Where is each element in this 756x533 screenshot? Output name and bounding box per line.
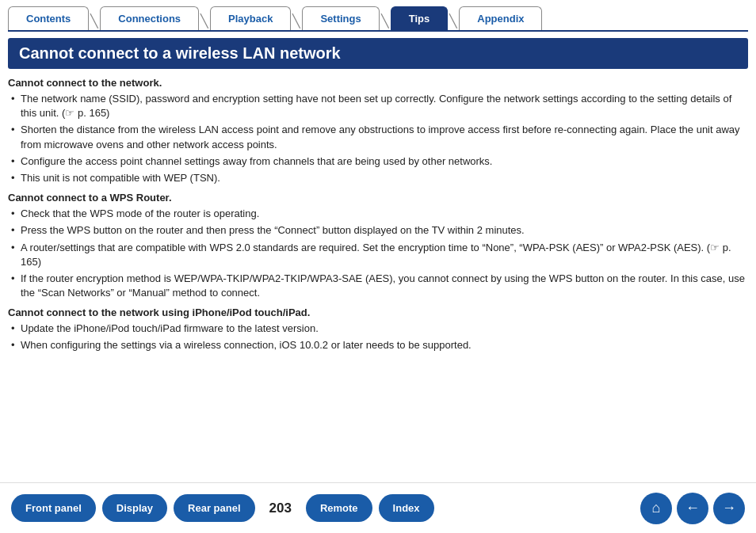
list-item: Update the iPhone/iPod touch/iPad firmwa… bbox=[8, 322, 748, 336]
list-item: This unit is not compatible with WEP (TS… bbox=[8, 171, 748, 185]
section-heading-3: Cannot connect to the network using iPho… bbox=[8, 306, 748, 318]
forward-button[interactable]: → bbox=[713, 493, 745, 524]
back-button[interactable]: ← bbox=[677, 493, 708, 524]
bottom-nav-buttons: Front panel Display Rear panel 203 Remot… bbox=[11, 494, 434, 522]
tab-divider-3: ╲ bbox=[292, 13, 300, 30]
list-item: If the router encryption method is WEP/W… bbox=[8, 272, 748, 300]
tab-navigation: Contents ╲ Connections ╲ Playback ╲ Sett… bbox=[0, 0, 756, 30]
section-1-list: The network name (SSID), password and en… bbox=[8, 92, 748, 185]
section-heading-1: Cannot connect to the network. bbox=[8, 77, 748, 89]
tab-contents[interactable]: Contents bbox=[8, 6, 89, 30]
index-button[interactable]: Index bbox=[379, 494, 434, 522]
page-title: Cannot connect to a wireless LAN network bbox=[8, 38, 748, 69]
section-2-list: Check that the WPS mode of the router is… bbox=[8, 207, 748, 300]
front-panel-button[interactable]: Front panel bbox=[11, 494, 96, 522]
tab-divider-5: ╲ bbox=[449, 13, 457, 30]
tab-settings[interactable]: Settings bbox=[302, 6, 379, 30]
rear-panel-button[interactable]: Rear panel bbox=[174, 494, 254, 522]
bottom-icon-buttons: ⌂ ← → bbox=[640, 493, 745, 524]
tab-divider-1: ╲ bbox=[90, 13, 98, 30]
tab-connections[interactable]: Connections bbox=[100, 6, 199, 30]
list-item: Check that the WPS mode of the router is… bbox=[8, 207, 748, 221]
tab-tips[interactable]: Tips bbox=[391, 6, 449, 30]
main-content: Cannot connect to a wireless LAN network… bbox=[0, 38, 756, 353]
tab-appendix[interactable]: Appendix bbox=[459, 6, 542, 30]
nav-divider bbox=[8, 30, 748, 32]
list-item: Shorten the distance from the wireless L… bbox=[8, 123, 748, 151]
list-item: Press the WPS button on the router and t… bbox=[8, 223, 748, 238]
tab-playback[interactable]: Playback bbox=[210, 6, 291, 30]
page-number: 203 bbox=[262, 501, 300, 516]
list-item: The network name (SSID), password and en… bbox=[8, 92, 748, 120]
list-item: A router/settings that are compatible wi… bbox=[8, 241, 748, 269]
section-3-list: Update the iPhone/iPod touch/iPad firmwa… bbox=[8, 322, 748, 352]
tab-divider-4: ╲ bbox=[381, 13, 389, 30]
display-button[interactable]: Display bbox=[102, 494, 167, 522]
list-item: When configuring the settings via a wire… bbox=[8, 338, 748, 352]
remote-button[interactable]: Remote bbox=[306, 494, 372, 522]
section-heading-2: Cannot connect to a WPS Router. bbox=[8, 192, 748, 204]
bottom-bar: Front panel Display Rear panel 203 Remot… bbox=[0, 482, 756, 533]
list-item: Configure the access point channel setti… bbox=[8, 154, 748, 169]
home-button[interactable]: ⌂ bbox=[640, 493, 672, 524]
tab-divider-2: ╲ bbox=[200, 13, 208, 30]
